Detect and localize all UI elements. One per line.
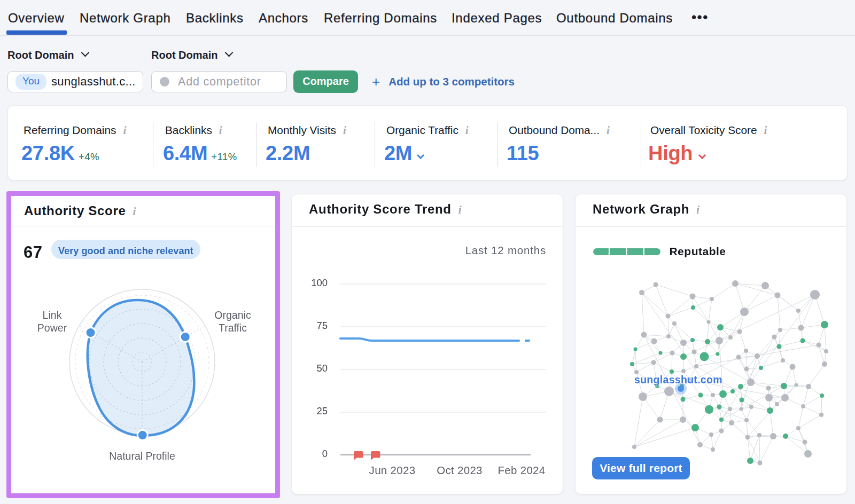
- svg-text:Jun 2023: Jun 2023: [369, 464, 416, 476]
- svg-text:50: 50: [316, 363, 328, 374]
- svg-text:25: 25: [316, 405, 328, 416]
- svg-text:0: 0: [322, 448, 328, 459]
- svg-text:100: 100: [311, 277, 328, 288]
- svg-text:75: 75: [316, 320, 328, 331]
- svg-text:Feb 2024: Feb 2024: [498, 464, 545, 476]
- svg-text:Oct 2023: Oct 2023: [437, 464, 483, 476]
